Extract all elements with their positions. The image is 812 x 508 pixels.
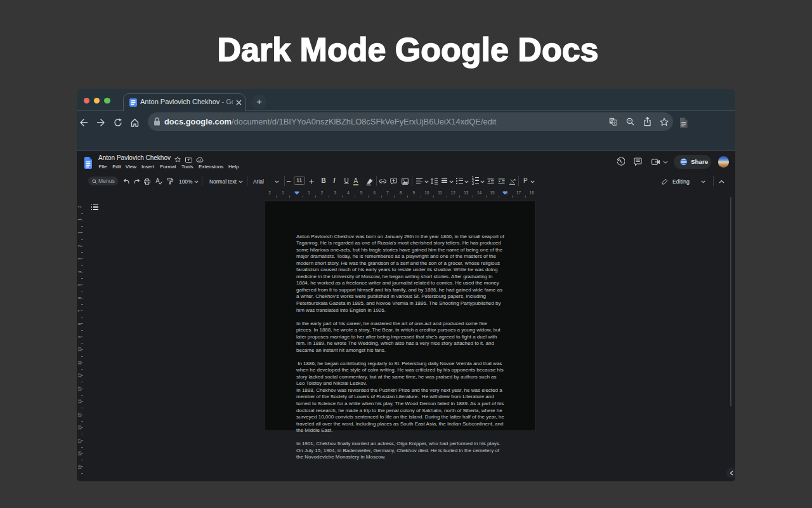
svg-text:文: 文 (613, 121, 617, 125)
